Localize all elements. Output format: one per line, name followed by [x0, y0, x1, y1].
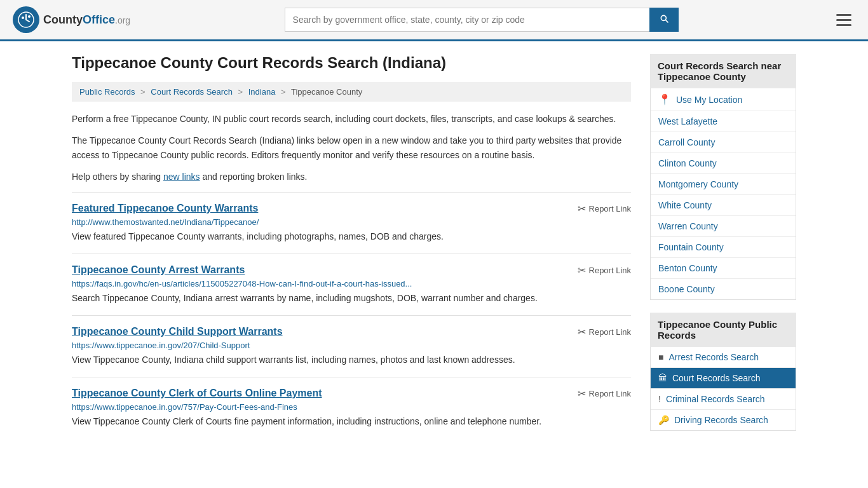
sidebar-label-fountain-county: Fountain County: [658, 242, 724, 252]
sidebar-label-driving-records: Driving Records Search: [674, 415, 768, 425]
hamburger-icon: [836, 14, 851, 26]
result-url-2[interactable]: https://faqs.in.gov/hc/en-us/articles/11…: [72, 279, 631, 288]
search-area: [285, 8, 679, 32]
new-links-link[interactable]: new links: [163, 172, 200, 182]
main-container: Tippecanoe County Court Records Search (…: [59, 41, 809, 456]
sidebar-label-montgomery-county: Montgomery County: [658, 179, 738, 189]
result-title-4[interactable]: Tippecanoe County Clerk of Courts Online…: [72, 388, 322, 399]
sidebar-item-benton-county[interactable]: Benton County: [651, 258, 796, 279]
result-header-2: Tippecanoe County Arrest Warrants ✂ Repo…: [72, 264, 631, 276]
breadcrumb-current: Tippecanoe County: [291, 87, 362, 97]
sidebar-label-court-records: Court Records Search: [672, 373, 761, 383]
sidebar-public-records-title: Tippecanoe County Public Records: [650, 313, 796, 347]
search-button[interactable]: [649, 8, 679, 32]
result-item-4: Tippecanoe County Clerk of Courts Online…: [72, 377, 631, 438]
sidebar-court-records[interactable]: 🏛 Court Records Search: [651, 368, 796, 389]
report-label-1: Report Link: [589, 204, 631, 214]
svg-point-2: [28, 15, 31, 18]
sidebar-label-arrest-records: Arrest Records Search: [668, 352, 759, 362]
sidebar-item-carroll-county[interactable]: Carroll County: [651, 132, 796, 153]
result-desc-2: Search Tippecanoe County, Indiana arrest…: [72, 292, 631, 305]
sidebar-label-west-lafayette: West Lafayette: [658, 116, 717, 126]
sidebar-item-montgomery-county[interactable]: Montgomery County: [651, 174, 796, 195]
result-title-1[interactable]: Featured Tippecanoe County Warrants: [72, 203, 258, 214]
sidebar-nearby-list: 📍 Use My Location West Lafayette Carroll…: [650, 88, 796, 300]
result-title-3[interactable]: Tippecanoe County Child Support Warrants: [72, 326, 283, 337]
report-link-2[interactable]: ✂ Report Link: [578, 264, 631, 276]
court-records-icon: 🏛: [658, 373, 667, 383]
criminal-records-icon: !: [658, 394, 661, 404]
report-icon-1: ✂: [578, 203, 586, 215]
report-link-4[interactable]: ✂ Report Link: [578, 388, 631, 400]
report-icon-2: ✂: [578, 264, 586, 276]
sidebar-item-fountain-county[interactable]: Fountain County: [651, 237, 796, 258]
breadcrumb-sep-3: >: [281, 87, 286, 97]
driving-records-icon: 🔑: [658, 415, 669, 425]
sidebar-label-boone-county: Boone County: [658, 284, 715, 294]
sidebar-public-records-section: Tippecanoe County Public Records ■ Arres…: [650, 313, 796, 431]
breadcrumb: Public Records > Court Records Search > …: [72, 82, 631, 102]
sidebar-label-benton-county: Benton County: [658, 263, 717, 273]
location-pin-icon: 📍: [658, 93, 671, 105]
result-item-2: Tippecanoe County Arrest Warrants ✂ Repo…: [72, 254, 631, 315]
logo-icon: [13, 6, 39, 33]
sidebar-label-clinton-county: Clinton County: [658, 158, 717, 168]
description-2: The Tippecanoe County Court Records Sear…: [72, 133, 631, 162]
sidebar-item-west-lafayette[interactable]: West Lafayette: [651, 111, 796, 132]
svg-point-1: [22, 17, 24, 19]
result-item-3: Tippecanoe County Child Support Warrants…: [72, 315, 631, 377]
sidebar-criminal-records[interactable]: ! Criminal Records Search: [651, 389, 796, 410]
sidebar-item-boone-county[interactable]: Boone County: [651, 279, 796, 299]
content-area: Tippecanoe County Court Records Search (…: [72, 54, 631, 444]
report-label-4: Report Link: [589, 389, 631, 398]
sidebar-item-warren-county[interactable]: Warren County: [651, 216, 796, 237]
sidebar-label-carroll-county: Carroll County: [658, 137, 715, 147]
use-location-label: Use My Location: [676, 95, 742, 105]
sidebar-item-clinton-county[interactable]: Clinton County: [651, 153, 796, 174]
result-desc-3: View Tippecanoe County, Indiana child su…: [72, 353, 631, 367]
sidebar-label-white-county: White County: [658, 200, 712, 210]
description-3: Help others by sharing new links and rep…: [72, 170, 631, 184]
breadcrumb-indiana[interactable]: Indiana: [248, 87, 276, 97]
description-1: Perform a free Tippecanoe County, IN pub…: [72, 112, 631, 126]
breadcrumb-sep-2: >: [238, 87, 243, 97]
result-header-1: Featured Tippecanoe County Warrants ✂ Re…: [72, 203, 631, 215]
logo-area: CountyOffice.org: [13, 6, 130, 33]
report-icon-3: ✂: [578, 326, 586, 338]
sidebar-nearby-section: Court Records Search near Tippecanoe Cou…: [650, 54, 796, 300]
hamburger-menu-button[interactable]: [832, 10, 855, 30]
page-title: Tippecanoe County Court Records Search (…: [72, 54, 631, 72]
breadcrumb-sep-1: >: [140, 87, 146, 97]
results-list: Featured Tippecanoe County Warrants ✂ Re…: [72, 192, 631, 438]
use-location-link[interactable]: 📍 Use My Location: [651, 88, 796, 111]
report-label-2: Report Link: [589, 266, 631, 275]
sidebar: Court Records Search near Tippecanoe Cou…: [650, 54, 796, 444]
report-link-1[interactable]: ✂ Report Link: [578, 203, 631, 215]
result-url-4[interactable]: https://www.tippecanoe.in.gov/757/Pay-Co…: [72, 402, 631, 412]
result-item-1: Featured Tippecanoe County Warrants ✂ Re…: [72, 192, 631, 254]
breadcrumb-court-records[interactable]: Court Records Search: [151, 87, 233, 97]
sidebar-use-location[interactable]: 📍 Use My Location: [651, 88, 796, 111]
result-url-1[interactable]: http://www.themostwanted.net/Indiana/Tip…: [72, 217, 631, 227]
sidebar-label-warren-county: Warren County: [658, 221, 718, 231]
sidebar-nearby-title: Court Records Search near Tippecanoe Cou…: [650, 54, 796, 88]
result-title-2[interactable]: Tippecanoe County Arrest Warrants: [72, 264, 245, 276]
result-header-3: Tippecanoe County Child Support Warrants…: [72, 326, 631, 338]
report-link-3[interactable]: ✂ Report Link: [578, 326, 631, 338]
logo-text: CountyOffice.org: [43, 13, 130, 27]
sidebar-driving-records[interactable]: 🔑 Driving Records Search: [651, 410, 796, 430]
result-url-3[interactable]: https://www.tippecanoe.in.gov/207/Child-…: [72, 341, 631, 350]
sidebar-arrest-records[interactable]: ■ Arrest Records Search: [651, 347, 796, 368]
header: CountyOffice.org: [0, 0, 868, 41]
sidebar-item-white-county[interactable]: White County: [651, 195, 796, 216]
arrest-records-icon: ■: [658, 352, 663, 362]
result-header-4: Tippecanoe County Clerk of Courts Online…: [72, 388, 631, 400]
search-input[interactable]: [285, 8, 649, 32]
breadcrumb-public-records[interactable]: Public Records: [79, 87, 135, 97]
header-right: [832, 10, 855, 30]
result-desc-4: View Tippecanoe County Clerk of Courts f…: [72, 415, 631, 428]
sidebar-label-criminal-records: Criminal Records Search: [666, 394, 765, 404]
report-icon-4: ✂: [578, 388, 586, 400]
result-desc-1: View featured Tippecanoe County warrants…: [72, 230, 631, 243]
sidebar-public-records-list: ■ Arrest Records Search 🏛 Court Records …: [650, 347, 796, 431]
